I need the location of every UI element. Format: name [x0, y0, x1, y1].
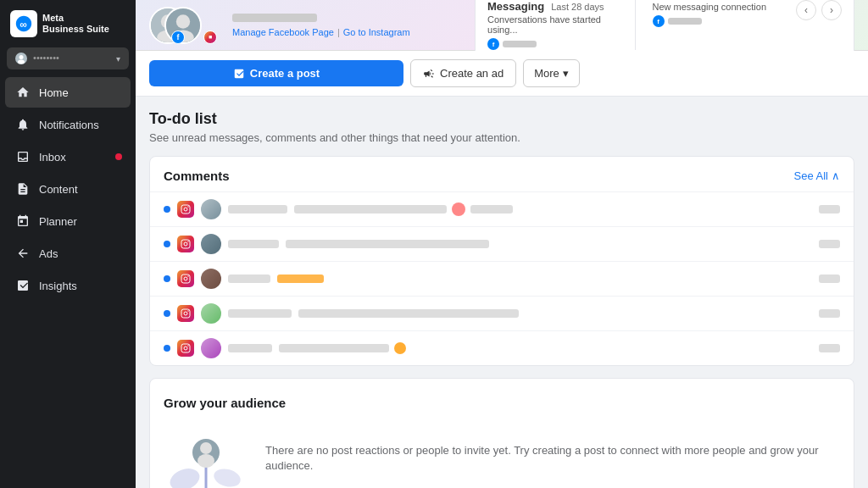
commenter-name	[228, 205, 287, 214]
svg-point-26	[212, 466, 242, 488]
logo-text: Meta Business Suite	[42, 13, 109, 35]
create-post-icon	[233, 68, 245, 80]
comment-content-orange	[277, 274, 324, 283]
facebook-badge: f	[171, 30, 185, 44]
action-bar: Create a post Create an ad More ▾	[136, 51, 868, 97]
chevron-up-icon: ∧	[832, 169, 840, 182]
table-row	[150, 192, 854, 227]
svg-text:∞: ∞	[19, 19, 27, 30]
sidebar: ∞ Meta Business Suite •••••••• ▾ Home No…	[0, 0, 136, 488]
inbox-unread-badge	[115, 153, 122, 160]
grow-description: There are no post reactions or people to…	[265, 443, 840, 474]
sidebar-item-label: Content	[39, 183, 78, 196]
sidebar-item-ads[interactable]: Ads	[5, 238, 131, 269]
more-label: More	[534, 67, 559, 80]
sidebar-item-label: Notifications	[39, 119, 99, 131]
messaging-fb-row-2: f	[653, 15, 782, 27]
go-instagram-link[interactable]: Go to Instagram	[343, 27, 410, 37]
comment-content	[279, 344, 389, 352]
avatar	[201, 338, 221, 358]
messaging-col-1: Messaging Last 28 days Conversations hav…	[487, 0, 617, 50]
see-all-label: See All	[794, 169, 828, 182]
logo: ∞ Meta Business Suite	[0, 0, 136, 44]
grow-content: There are no post reactions or people to…	[164, 420, 840, 488]
svg-point-21	[187, 310, 189, 312]
svg-point-12	[187, 206, 189, 208]
create-post-button[interactable]: Create a post	[149, 60, 403, 86]
more-chevron-icon: ▾	[563, 67, 569, 80]
avatar	[201, 303, 221, 324]
top-bar: f ■ Manage Facebook Page | Go to Instagr…	[136, 0, 868, 51]
avatar-group: f ■	[149, 5, 217, 46]
sidebar-item-home[interactable]: Home	[5, 77, 131, 108]
comment-time	[819, 344, 840, 352]
create-post-label: Create a post	[250, 67, 320, 80]
todo-subtitle: See unread messages, comments and other …	[149, 131, 854, 144]
commenter-name	[228, 309, 292, 318]
svg-point-30	[198, 454, 214, 468]
unread-dot	[164, 310, 170, 317]
svg-point-2	[19, 55, 24, 59]
messaging-col-2: New messaging connection f	[653, 0, 782, 27]
messaging-prev-button[interactable]: ‹	[796, 0, 816, 20]
comments-title: Comments	[164, 169, 230, 183]
svg-point-20	[184, 312, 187, 315]
messaging-col1-desc: Conversations have started using...	[487, 14, 617, 35]
content-area: To-do list See unread messages, comments…	[136, 97, 868, 488]
comment-content	[298, 309, 519, 318]
instagram-icon	[177, 340, 194, 357]
unread-dot	[164, 345, 170, 352]
comments-card-header: Comments See All ∧	[150, 157, 854, 192]
manage-fb-page-link[interactable]: Manage Facebook Page	[232, 27, 334, 37]
comment-content	[294, 205, 447, 214]
messaging-fb-row: f	[487, 38, 617, 50]
home-icon	[15, 85, 31, 100]
see-all-link[interactable]: See All ∧	[794, 169, 840, 182]
fb-page-name-blur-2	[668, 18, 702, 25]
megaphone-icon	[423, 68, 435, 80]
avatar	[201, 199, 221, 219]
svg-point-18	[187, 275, 189, 277]
instagram-icon	[177, 201, 194, 218]
table-row	[150, 331, 854, 365]
sidebar-item-insights[interactable]: Insights	[5, 270, 131, 301]
sidebar-item-content[interactable]: Content	[5, 174, 131, 204]
comment-content	[286, 240, 489, 248]
bell-icon	[15, 117, 31, 132]
svg-point-25	[168, 465, 203, 488]
main-content: f ■ Manage Facebook Page | Go to Instagr…	[136, 0, 868, 488]
messaging-nav: ‹ ›	[796, 0, 842, 20]
comments-card: Comments See All ∧	[149, 156, 854, 366]
svg-point-24	[187, 345, 189, 347]
insights-icon	[15, 278, 31, 293]
table-row	[150, 262, 854, 297]
sidebar-item-label: Inbox	[39, 151, 66, 164]
svg-point-17	[184, 277, 187, 280]
comment-time	[819, 274, 840, 283]
grow-illustration	[164, 420, 248, 488]
chevron-down-icon: ▾	[116, 54, 120, 64]
profile-links: Manage Facebook Page | Go to Instagram	[232, 14, 410, 37]
svg-point-11	[184, 208, 187, 211]
todo-title: To-do list	[149, 110, 854, 128]
messaging-col2-desc: New messaging connection	[653, 2, 782, 12]
sidebar-item-inbox[interactable]: Inbox	[5, 141, 131, 172]
messaging-next-button[interactable]: ›	[821, 0, 842, 20]
svg-point-29	[200, 442, 212, 454]
emoji	[452, 202, 465, 216]
svg-point-23	[184, 347, 187, 350]
svg-point-3	[18, 60, 25, 64]
instagram-icon	[177, 270, 194, 287]
comment-time	[819, 309, 840, 318]
unread-dot	[164, 206, 170, 213]
sidebar-item-planner[interactable]: Planner	[5, 206, 131, 236]
avatar	[201, 234, 221, 254]
create-ad-button[interactable]: Create an ad	[410, 59, 516, 87]
sidebar-item-notifications[interactable]: Notifications	[5, 109, 131, 140]
account-name: ••••••••	[15, 53, 113, 64]
messaging-title: Messaging	[487, 0, 544, 13]
commenter-name	[228, 240, 279, 248]
profile-name-blur	[232, 14, 317, 22]
account-selector[interactable]: •••••••• ▾	[7, 47, 129, 69]
more-button[interactable]: More ▾	[523, 59, 580, 87]
